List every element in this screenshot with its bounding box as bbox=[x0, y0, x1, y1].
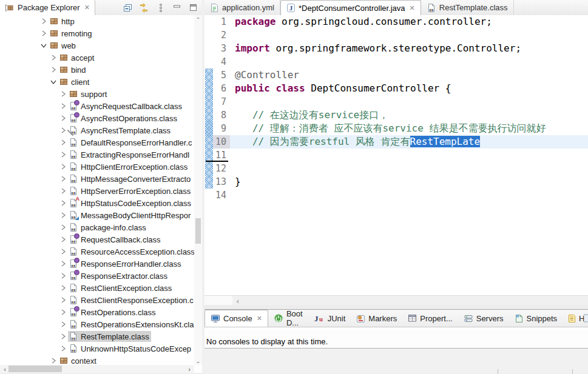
chevron-right-icon[interactable] bbox=[58, 344, 68, 353]
chevron-right-icon[interactable] bbox=[58, 186, 68, 196]
chevron-right-icon[interactable] bbox=[58, 332, 68, 341]
tree-item[interactable]: ExtractingResponseErrorHandl bbox=[0, 149, 194, 161]
chevron-right-icon[interactable] bbox=[58, 247, 68, 256]
chevron-right-icon[interactable] bbox=[58, 259, 68, 269]
chevron-right-icon[interactable] bbox=[49, 356, 58, 365]
tree-item[interactable]: web bbox=[0, 39, 194, 52]
chevron-right-icon[interactable] bbox=[58, 174, 68, 184]
minimize-icon[interactable] bbox=[171, 2, 183, 13]
tree-item[interactable]: DefaultResponseErrorHandler.c bbox=[0, 136, 194, 149]
close-icon[interactable]: ✕ bbox=[257, 315, 262, 322]
horizontal-sash[interactable] bbox=[204, 305, 588, 309]
panel-tab-snippets[interactable]: Snippets bbox=[509, 310, 563, 327]
chevron-right-icon[interactable] bbox=[58, 150, 68, 159]
code-text[interactable]: package org.springcloud.consumer.control… bbox=[230, 15, 588, 28]
tree-item[interactable]: MessageBodyClientHttpRespor bbox=[0, 209, 194, 221]
tree-item[interactable]: AHttpStatusCodeException.class bbox=[0, 197, 194, 209]
link-with-editor-icon[interactable] bbox=[138, 2, 150, 13]
panel-tab-boot-d[interactable]: Boot D... bbox=[268, 310, 308, 327]
panel-tab-markers[interactable]: Markers bbox=[351, 310, 402, 327]
chevron-right-icon[interactable] bbox=[58, 198, 68, 208]
collapse-all-icon[interactable] bbox=[122, 2, 133, 13]
chevron-right-icon[interactable] bbox=[58, 271, 68, 281]
maximize-icon[interactable] bbox=[188, 2, 199, 13]
tree-item[interactable]: AsyncRestOperations.class bbox=[0, 112, 194, 124]
tree-horizontal-scrollbar[interactable]: ‹ › bbox=[0, 365, 194, 373]
code-text[interactable]: } bbox=[230, 175, 588, 189]
tree-item[interactable]: remoting bbox=[0, 27, 194, 39]
tree-item[interactable]: UnknownHttpStatusCodeExcep bbox=[0, 342, 194, 355]
tree-item[interactable]: bind bbox=[0, 64, 194, 76]
editor-tab-deptconsumercontroller-java[interactable]: J*DeptConsumerController.java✕ bbox=[280, 0, 421, 16]
tree-item[interactable]: ResourceAccessException.class bbox=[0, 245, 194, 258]
tree-item[interactable]: RestClientException.class bbox=[0, 282, 194, 294]
tree-item[interactable]: RestClientResponseException.c bbox=[0, 294, 194, 306]
tree-item[interactable]: support bbox=[0, 88, 194, 100]
chevron-right-icon[interactable] bbox=[58, 235, 68, 244]
code-text[interactable]: public class DeptConsumerController { bbox=[230, 82, 588, 95]
tree-item[interactable]: HttpServerErrorException.class bbox=[0, 185, 194, 197]
chevron-right-icon[interactable] bbox=[58, 210, 68, 220]
chevron-down-icon[interactable] bbox=[49, 77, 58, 87]
code-text[interactable] bbox=[230, 189, 588, 202]
tree-item[interactable]: RestOperations.class bbox=[0, 306, 194, 318]
panel-tab-propert[interactable]: Propert... bbox=[402, 310, 458, 327]
code-text[interactable] bbox=[230, 149, 588, 162]
tree-item[interactable]: http bbox=[0, 15, 194, 27]
code-text[interactable]: @Controller bbox=[230, 68, 588, 82]
chevron-right-icon[interactable] bbox=[58, 89, 68, 99]
scrollbar-thumb[interactable] bbox=[8, 366, 62, 372]
scrollbar-thumb[interactable] bbox=[195, 218, 201, 244]
panel-tab-console[interactable]: Console✕ bbox=[204, 310, 268, 327]
editor-tab-application-yml[interactable]: application.yml bbox=[204, 0, 280, 15]
tree-item[interactable]: HttpMessageConverterExtracto bbox=[0, 173, 194, 185]
chevron-right-icon[interactable] bbox=[58, 222, 68, 232]
tree-vertical-scrollbar[interactable]: ⌃ ⌄ bbox=[194, 15, 202, 365]
panel-tab-servers[interactable]: Servers bbox=[458, 310, 509, 327]
code-text[interactable] bbox=[230, 55, 588, 68]
chevron-right-icon[interactable] bbox=[58, 307, 68, 317]
code-text[interactable] bbox=[230, 95, 588, 109]
chevron-right-icon[interactable] bbox=[58, 138, 68, 147]
tree-item[interactable]: ResponseErrorHandler.class bbox=[0, 258, 194, 270]
tree-item[interactable]: RequestCallback.class bbox=[0, 233, 194, 245]
tree-item[interactable]: ResponseExtractor.class bbox=[0, 270, 194, 282]
editor-horizontal-scrollbar[interactable]: ‹ bbox=[204, 295, 588, 306]
tree-item[interactable]: RestTemplate.class bbox=[0, 330, 194, 342]
tree-item[interactable]: context bbox=[0, 355, 194, 365]
code-text[interactable]: import org.springframework.stereotype.Co… bbox=[230, 42, 588, 55]
editor-tab-resttemplate-class[interactable]: RestTemplate.class bbox=[421, 0, 514, 15]
tree-item[interactable]: RestOperationsExtensionsKt.cla bbox=[0, 318, 194, 330]
tree-item[interactable]: HttpClientErrorException.class bbox=[0, 161, 194, 173]
chevron-right-icon[interactable] bbox=[58, 283, 68, 293]
chevron-right-icon[interactable] bbox=[49, 65, 58, 75]
chevron-right-icon[interactable] bbox=[39, 16, 49, 26]
chevron-right-icon[interactable] bbox=[49, 53, 58, 62]
chevron-right-icon[interactable] bbox=[58, 162, 68, 172]
tree-item[interactable]: accept bbox=[0, 52, 194, 64]
code-text[interactable]: // 因为需要restful 风格 肯定有RestTempLate bbox=[230, 135, 588, 149]
scroll-right-icon[interactable]: › bbox=[186, 365, 193, 373]
tree-item[interactable]: package-info.class bbox=[0, 221, 194, 233]
view-menu-icon[interactable] bbox=[155, 2, 166, 13]
chevron-down-icon[interactable] bbox=[39, 41, 49, 50]
code-editor[interactable]: 1package org.springcloud.consumer.contro… bbox=[204, 15, 588, 295]
chevron-right-icon[interactable] bbox=[58, 295, 68, 305]
tree-item[interactable]: AsyncRequestCallback.class bbox=[0, 100, 194, 112]
tree-item[interactable]: client bbox=[0, 76, 194, 88]
scroll-up-icon[interactable]: ⌃ bbox=[194, 15, 202, 24]
scroll-left-icon[interactable]: ‹ bbox=[234, 296, 242, 306]
panel-tab-junit[interactable]: JuJUnit bbox=[308, 310, 351, 327]
scroll-down-icon[interactable]: ⌄ bbox=[194, 356, 202, 365]
code-text[interactable] bbox=[230, 162, 588, 175]
chevron-right-icon[interactable] bbox=[58, 113, 68, 123]
tab-package-explorer[interactable]: Package Explorer ✕ bbox=[0, 0, 95, 15]
close-icon[interactable]: ✕ bbox=[84, 4, 90, 11]
tree-item[interactable]: AsyncRestTemplate.class bbox=[0, 124, 194, 136]
chevron-right-icon[interactable] bbox=[39, 28, 49, 38]
close-icon[interactable]: ✕ bbox=[410, 5, 415, 12]
code-text[interactable]: // 理解：消费者 应不应该有service 结果是不需要执行访问就好 bbox=[230, 122, 588, 135]
code-text[interactable]: // 在这边没有service接口， bbox=[230, 109, 588, 122]
code-text[interactable] bbox=[230, 28, 588, 42]
chevron-right-icon[interactable] bbox=[58, 319, 68, 329]
